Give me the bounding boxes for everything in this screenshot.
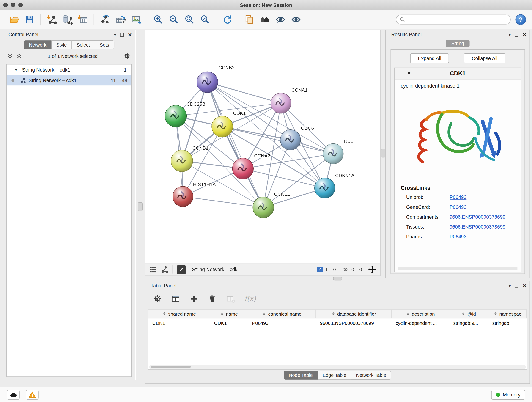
tab-sets[interactable]: Sets [95,40,114,49]
cell-namespace[interactable]: stringdb [488,318,526,327]
eye-icon [291,14,301,25]
cell-database-identifier[interactable]: 9606.ENSP00000378699 [316,318,392,327]
network-edge[interactable] [207,82,263,207]
table-options-gear-icon[interactable] [152,294,162,303]
table-horizontal-scrollbar[interactable] [149,365,526,369]
move-mode-icon[interactable] [368,265,376,274]
column-header[interactable]: database identifier [316,310,392,319]
results-scrollbar[interactable] [398,267,517,270]
tab-string[interactable]: String [446,40,470,47]
gene-section-header[interactable]: ▼ CDK1 [394,68,521,79]
network-row-selected[interactable]: String Network – cdk1 11 48 [7,75,131,85]
tree-expand-icon[interactable]: ▼ [14,68,18,72]
warnings-button[interactable] [26,389,39,400]
sort-icon [493,312,498,316]
crosslink-link[interactable]: P06493 [450,234,515,239]
crosslink-link[interactable]: 9606.ENSP00000378699 [450,214,515,220]
column-header[interactable]: namespac [488,310,526,319]
new-network-from-selection-button[interactable] [241,12,257,27]
crosslink-link[interactable]: 9606.ENSP00000378699 [450,224,515,230]
network-collection-row[interactable]: ▼ String Network – cdk1 1 [7,64,131,75]
export-image-icon [131,14,141,25]
panel-close-icon[interactable]: × [523,32,526,38]
section-collapse-icon[interactable]: ▼ [407,71,411,76]
zoom-selected-button[interactable] [197,12,213,27]
toolbar-separator [147,14,147,25]
detach-view-button[interactable] [177,265,186,274]
tab-edge-table[interactable]: Edge Table [317,370,351,380]
tab-style[interactable]: Style [51,40,72,49]
network-edge[interactable] [207,82,281,103]
search-icon [400,17,405,22]
cell-description[interactable]: cyclin-dependent ... [392,318,449,327]
grid-view-icon[interactable] [149,266,157,274]
network-node-label: CCNB1 [192,145,209,151]
import-network-file-button[interactable] [44,12,59,27]
scrollbar-thumb[interactable] [151,366,191,368]
tab-select[interactable]: Select [71,40,95,49]
memory-button[interactable]: Memory [491,389,525,400]
cell-id[interactable]: stringdb:9... [449,318,488,327]
network-canvas[interactable]: CCNB2CCNA1CDC25BCDK1CDC6RB1CCNB1CCNA2CDK… [145,30,380,263]
tab-node-table[interactable]: Node Table [284,370,318,380]
network-from-table-button[interactable] [113,12,128,27]
search-input[interactable] [407,17,507,23]
horizontal-splitter-grip[interactable] [333,277,342,280]
table-row[interactable]: CDK1 CDK1 P06493 9606.ENSP00000378699 cy… [148,318,526,327]
import-network-database-button[interactable] [59,12,75,27]
panel-menu-icon[interactable]: ▾ [509,283,511,288]
eye-slash-icon [275,14,285,25]
open-session-button[interactable] [6,12,22,27]
search-box[interactable] [396,15,511,25]
tab-network-table[interactable]: Network Table [351,370,391,380]
vertical-splitter-grip[interactable] [381,149,386,158]
table-panel-title: Table Panel [151,283,177,288]
cell-name[interactable]: CDK1 [210,318,248,327]
refresh-button[interactable] [219,12,235,27]
network-edge[interactable] [243,169,325,188]
panel-float-icon[interactable] [515,33,519,36]
results-panel: Results Panel ▾ × String Expand All Coll… [385,30,530,278]
collapse-all-icon[interactable] [7,53,13,59]
zoom-fit-button[interactable] [181,12,197,27]
panel-float-icon[interactable] [120,33,124,36]
column-header[interactable]: name [210,310,248,319]
collapse-all-button[interactable]: Collapse All [464,53,505,63]
vertical-splitter-grip[interactable] [138,202,143,211]
zoom-out-button[interactable] [166,12,181,27]
panel-float-icon[interactable] [515,284,519,288]
tab-network[interactable]: Network [24,40,51,49]
new-network-button[interactable] [97,12,113,27]
show-columns-icon[interactable] [171,294,180,303]
panel-close-icon[interactable]: × [128,32,132,38]
network-node-label: CDKN1A [335,173,355,178]
cell-shared-name[interactable]: CDK1 [148,318,210,327]
cloud-status-button[interactable] [7,389,20,400]
save-session-button[interactable] [22,12,37,27]
crosslink-link[interactable]: P06493 [450,195,515,200]
first-neighbors-button[interactable] [257,12,272,27]
export-image-button[interactable] [128,12,144,27]
crosslink-link[interactable]: P06493 [450,204,515,210]
expand-all-icon[interactable] [16,53,22,59]
expand-all-button[interactable]: Expand All [410,53,449,63]
network-overview-icon[interactable] [161,266,168,274]
zoom-in-button[interactable] [150,12,166,27]
panel-menu-icon[interactable]: ▾ [509,32,511,37]
show-all-button[interactable] [288,12,304,27]
import-table-button[interactable] [75,12,90,27]
network-options-gear-icon[interactable] [123,52,131,60]
column-header[interactable]: description [392,310,449,319]
panel-close-icon[interactable]: × [523,283,526,289]
add-column-icon[interactable] [189,294,198,303]
help-button[interactable]: ? [515,14,526,25]
cell-canonical-name[interactable]: P06493 [248,318,316,327]
hide-selected-button[interactable] [272,12,288,27]
column-header[interactable]: @id [449,310,488,319]
panel-menu-icon[interactable]: ▾ [114,32,116,37]
column-header[interactable]: canonical name [248,310,316,319]
column-header[interactable]: shared name [148,310,210,319]
network-edge[interactable] [183,196,263,207]
network-node-label: CCNE1 [274,191,290,197]
delete-column-icon[interactable] [208,294,217,303]
